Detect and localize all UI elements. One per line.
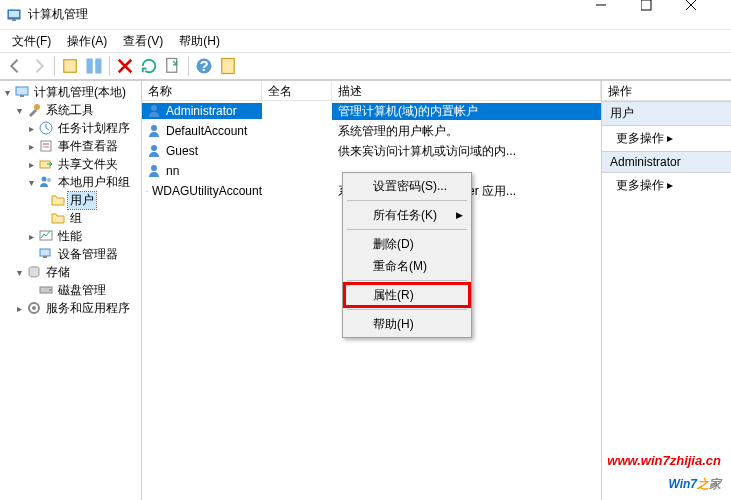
export-button[interactable] bbox=[162, 55, 184, 77]
ctx-all-tasks[interactable]: 所有任务(K)▶ bbox=[345, 204, 469, 226]
tree-twist[interactable]: ▾ bbox=[12, 105, 26, 116]
tree-twist[interactable]: ▾ bbox=[24, 177, 38, 188]
svg-point-35 bbox=[151, 165, 157, 171]
actions-pane: 操作 用户 更多操作 ▸ Administrator 更多操作 ▸ bbox=[601, 81, 731, 500]
toolbar: ? bbox=[0, 52, 731, 80]
show-hide-button[interactable] bbox=[83, 55, 105, 77]
svg-rect-1 bbox=[9, 11, 19, 17]
actions-title: 操作 bbox=[602, 81, 731, 101]
user-row[interactable]: DefaultAccount系统管理的用户帐户。 bbox=[142, 121, 601, 141]
tree-devicemgr[interactable]: 设备管理器 bbox=[56, 246, 120, 263]
user-icon bbox=[146, 123, 162, 139]
forward-button[interactable] bbox=[28, 55, 50, 77]
tree-groups[interactable]: 组 bbox=[68, 210, 84, 227]
column-headers: 名称 全名 描述 bbox=[142, 81, 601, 101]
tree-twist[interactable]: ▸ bbox=[12, 303, 26, 314]
svg-point-36 bbox=[147, 190, 148, 191]
col-desc[interactable]: 描述 bbox=[332, 81, 601, 100]
user-name: nn bbox=[166, 164, 179, 178]
tree-scheduler[interactable]: 任务计划程序 bbox=[56, 120, 132, 137]
user-row[interactable]: Guest供来宾访问计算机或访问域的内... bbox=[142, 141, 601, 161]
actions-section-users: 用户 bbox=[602, 101, 731, 126]
ctx-rename[interactable]: 重命名(M) bbox=[345, 255, 469, 277]
svg-rect-8 bbox=[87, 59, 93, 74]
svg-point-23 bbox=[47, 178, 51, 182]
window-title: 计算机管理 bbox=[28, 6, 596, 23]
maximize-button[interactable] bbox=[641, 0, 686, 30]
user-name: Administrator bbox=[166, 104, 237, 118]
tree-services[interactable]: 服务和应用程序 bbox=[44, 300, 132, 317]
svg-rect-2 bbox=[12, 19, 16, 21]
tools-icon bbox=[26, 102, 42, 118]
menu-file[interactable]: 文件(F) bbox=[4, 31, 59, 52]
user-icon bbox=[146, 103, 162, 119]
svg-point-34 bbox=[151, 145, 157, 151]
context-menu: 设置密码(S)... 所有任务(K)▶ 删除(D) 重命名(M) 属性(R) 帮… bbox=[342, 172, 472, 338]
tree-users[interactable]: 用户 bbox=[68, 192, 96, 209]
svg-rect-9 bbox=[95, 59, 101, 74]
svg-rect-13 bbox=[222, 59, 235, 74]
user-desc: 供来宾访问计算机或访问域的内... bbox=[332, 143, 601, 160]
device-icon bbox=[38, 246, 54, 262]
close-button[interactable] bbox=[686, 0, 731, 30]
properties-button[interactable] bbox=[217, 55, 239, 77]
computer-icon bbox=[14, 84, 30, 100]
ctx-delete[interactable]: 删除(D) bbox=[345, 233, 469, 255]
services-icon bbox=[26, 300, 42, 316]
folder-icon bbox=[50, 210, 66, 226]
delete-button[interactable] bbox=[114, 55, 136, 77]
storage-icon bbox=[26, 264, 42, 280]
ctx-properties[interactable]: 属性(R) bbox=[345, 284, 469, 306]
tree-pane: ▾计算机管理(本地) ▾系统工具 ▸任务计划程序 ▸事件查看器 ▸共享文件夹 ▾… bbox=[0, 81, 142, 500]
folder-icon bbox=[50, 192, 66, 208]
user-icon bbox=[146, 143, 162, 159]
menu-action[interactable]: 操作(A) bbox=[59, 31, 115, 52]
svg-point-22 bbox=[42, 177, 47, 182]
back-button[interactable] bbox=[4, 55, 26, 77]
help-button[interactable]: ? bbox=[193, 55, 215, 77]
tree-eventviewer[interactable]: 事件查看器 bbox=[56, 138, 120, 155]
tree-twist[interactable]: ▸ bbox=[24, 231, 38, 242]
tree-performance[interactable]: 性能 bbox=[56, 228, 84, 245]
users-icon bbox=[38, 174, 54, 190]
menu-separator bbox=[347, 229, 467, 230]
ctx-set-password[interactable]: 设置密码(S)... bbox=[345, 175, 469, 197]
user-name: DefaultAccount bbox=[166, 124, 247, 138]
tree-systools[interactable]: 系统工具 bbox=[44, 102, 96, 119]
event-icon bbox=[38, 138, 54, 154]
up-button[interactable] bbox=[59, 55, 81, 77]
svg-text:?: ? bbox=[199, 57, 208, 74]
tree-diskmgmt[interactable]: 磁盘管理 bbox=[56, 282, 108, 299]
tree-storage[interactable]: 存储 bbox=[44, 264, 72, 281]
menu-separator bbox=[347, 280, 467, 281]
minimize-button[interactable] bbox=[596, 0, 641, 30]
menu-view[interactable]: 查看(V) bbox=[115, 31, 171, 52]
watermark-url: www.win7zhijia.cn bbox=[607, 453, 721, 468]
tree-twist[interactable]: ▸ bbox=[24, 141, 38, 152]
watermark-brand: Win7之家 bbox=[607, 468, 721, 494]
user-name: Guest bbox=[166, 144, 198, 158]
refresh-button[interactable] bbox=[138, 55, 160, 77]
menu-help[interactable]: 帮助(H) bbox=[171, 31, 228, 52]
scheduler-icon bbox=[38, 120, 54, 136]
col-fullname[interactable]: 全名 bbox=[262, 81, 332, 100]
tree-twist[interactable]: ▾ bbox=[12, 267, 26, 278]
svg-rect-26 bbox=[43, 256, 47, 258]
tree-shared[interactable]: 共享文件夹 bbox=[56, 156, 120, 173]
tree-twist[interactable]: ▾ bbox=[0, 87, 14, 98]
actions-more-2[interactable]: 更多操作 ▸ bbox=[602, 173, 731, 198]
tree-twist[interactable]: ▸ bbox=[24, 159, 38, 170]
tree-root[interactable]: 计算机管理(本地) bbox=[32, 84, 128, 101]
user-row[interactable]: Administrator管理计算机(域)的内置帐户 bbox=[142, 101, 601, 121]
actions-section-admin: Administrator bbox=[602, 151, 731, 173]
svg-point-31 bbox=[32, 306, 36, 310]
col-name[interactable]: 名称 bbox=[142, 81, 262, 100]
actions-more-1[interactable]: 更多操作 ▸ bbox=[602, 126, 731, 151]
ctx-help[interactable]: 帮助(H) bbox=[345, 313, 469, 335]
svg-point-29 bbox=[49, 289, 51, 291]
tree-twist[interactable]: ▸ bbox=[24, 123, 38, 134]
disk-icon bbox=[38, 282, 54, 298]
tree-localusers[interactable]: 本地用户和组 bbox=[56, 174, 132, 191]
svg-point-16 bbox=[34, 104, 40, 110]
user-icon bbox=[146, 183, 148, 199]
